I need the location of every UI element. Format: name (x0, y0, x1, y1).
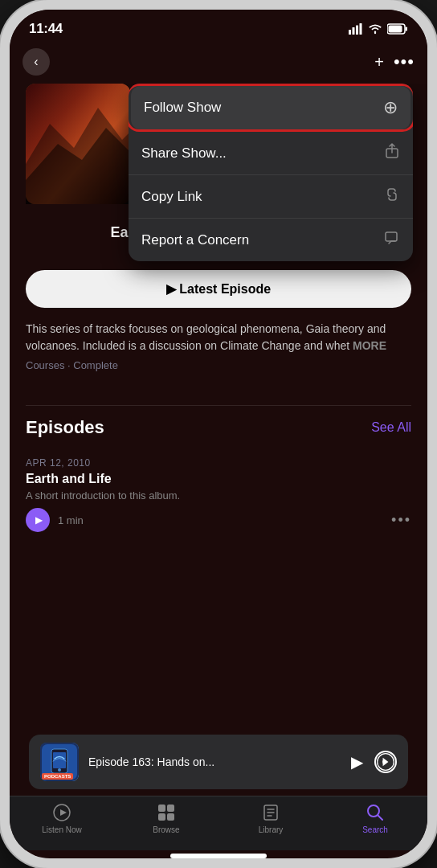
episode-duration: 1 min (58, 514, 84, 526)
see-all-link[interactable]: See All (371, 420, 411, 435)
svg-rect-6 (389, 26, 402, 33)
episodes-section-title: Episodes (26, 417, 104, 438)
mini-player-title: Episode 163: Hands on... (88, 755, 341, 768)
mini-skip-button[interactable]: 60 (374, 751, 397, 773)
svg-rect-5 (406, 27, 408, 31)
home-indicator (170, 854, 267, 858)
episode-title: Earth and Life (26, 472, 411, 486)
status-time: 11:44 (29, 21, 63, 37)
svg-text:60: 60 (382, 760, 387, 764)
back-button[interactable]: ‹ (22, 48, 50, 76)
more-button[interactable]: MORE (353, 339, 386, 352)
copy-link-label: Copy Link (141, 189, 202, 205)
podcast-description: This series of tracks focuses on geologi… (26, 321, 411, 354)
svg-rect-2 (356, 26, 358, 35)
svg-rect-13 (53, 752, 66, 768)
svg-rect-0 (349, 30, 351, 35)
phone-frame: 11:44 (0, 0, 437, 868)
episodes-section: Episodes See All APR 12, 2010 Earth and … (10, 405, 427, 542)
episodes-header: Episodes See All (10, 417, 427, 438)
add-button[interactable]: + (374, 53, 384, 72)
tab-browse[interactable]: Browse (114, 803, 218, 834)
tab-listen-now[interactable]: Listen Now (10, 803, 114, 834)
nav-bar: ‹ + ••• (10, 42, 427, 84)
share-show-label: Share Show... (141, 145, 227, 162)
podcast-tags: Courses · Complete (26, 359, 411, 371)
svg-rect-21 (158, 813, 165, 821)
svg-rect-9 (386, 232, 397, 241)
wifi-icon (368, 23, 382, 35)
library-icon (261, 803, 280, 822)
mini-player-controls: ▶ 60 (351, 751, 397, 773)
mini-player-art: PODCASTS (40, 743, 79, 781)
latest-episode-label: ▶ Latest Episode (166, 281, 271, 297)
share-show-menu-item[interactable]: Share Show... (129, 132, 413, 175)
play-icon: ▶ (35, 514, 43, 526)
svg-point-14 (58, 768, 61, 772)
follow-show-icon: ⊕ (383, 97, 398, 118)
svg-rect-19 (158, 805, 165, 812)
episode-controls: ▶ 1 min ••• (26, 508, 411, 532)
follow-show-menu-item[interactable]: Follow Show ⊕ (129, 86, 413, 129)
share-show-icon (384, 143, 400, 163)
copy-link-menu-item[interactable]: Copy Link (129, 175, 413, 219)
search-icon (366, 803, 385, 822)
episode-more-button[interactable]: ••• (391, 512, 411, 529)
svg-rect-20 (167, 805, 174, 812)
podcast-art-bg (26, 84, 130, 204)
report-concern-menu-item[interactable]: Report a Concern (129, 219, 413, 261)
latest-episode-button[interactable]: ▶ Latest Episode (26, 270, 411, 308)
svg-rect-3 (360, 23, 362, 35)
context-menu: Follow Show ⊕ Share Show... (129, 84, 413, 261)
report-concern-icon (384, 230, 400, 250)
mini-player-label: PODCASTS (42, 773, 73, 780)
listen-now-icon (52, 803, 71, 822)
mini-player[interactable]: PODCASTS Episode 163: Hands on... ▶ 60 (29, 735, 408, 789)
signal-icon (349, 23, 363, 35)
status-bar: 11:44 (10, 10, 427, 42)
podcast-art-svg (26, 84, 130, 204)
copy-link-icon (384, 186, 400, 207)
back-icon: ‹ (34, 55, 38, 69)
tab-library[interactable]: Library (218, 803, 323, 834)
episode-play-button[interactable]: ▶ (26, 508, 50, 532)
main-screen: Follow Show ⊕ Share Show... (10, 84, 427, 796)
tab-search[interactable]: Search (323, 803, 427, 834)
phone-screen: 11:44 (10, 10, 427, 858)
mini-play-button[interactable]: ▶ (351, 752, 363, 772)
episode-list-item: APR 12, 2010 Earth and Life A short intr… (10, 448, 427, 542)
battery-icon (387, 23, 408, 35)
browse-icon (157, 803, 176, 822)
tab-browse-label: Browse (153, 825, 179, 834)
nav-right-icons: + ••• (374, 51, 415, 72)
tab-bar: Listen Now Browse Library (10, 796, 427, 850)
svg-rect-22 (167, 813, 174, 821)
divider (26, 405, 411, 406)
tab-search-label: Search (362, 825, 388, 834)
follow-show-label: Follow Show (144, 100, 221, 116)
svg-marker-18 (60, 809, 67, 816)
more-button[interactable]: ••• (394, 51, 415, 72)
report-concern-label: Report a Concern (141, 232, 249, 248)
status-icons (349, 23, 408, 35)
mini-player-container: PODCASTS Episode 163: Hands on... ▶ 60 (10, 735, 427, 796)
episode-date: APR 12, 2010 (26, 457, 411, 469)
tab-library-label: Library (259, 825, 284, 834)
episode-subtitle: A short introduction to this album. (26, 489, 411, 502)
svg-rect-1 (353, 27, 355, 35)
tab-listen-now-label: Listen Now (42, 825, 81, 834)
